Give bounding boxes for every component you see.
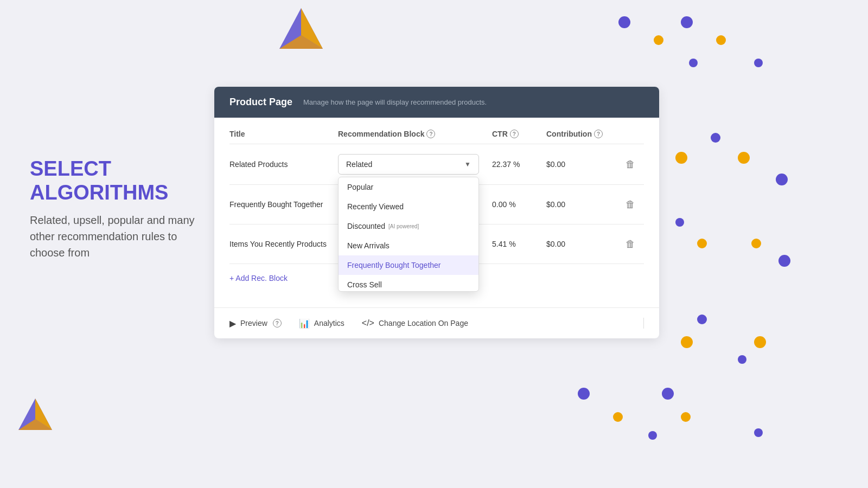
col-contribution: Contribution ? [546, 130, 617, 138]
dropdown-value-1: Related [346, 160, 372, 169]
preview-info-icon[interactable]: ? [273, 319, 282, 328]
decorative-dot [675, 218, 684, 227]
code-icon: </> [362, 318, 374, 328]
panel-header: Product Page Manage how the page will di… [214, 87, 659, 118]
dropdown-item-new-arrivals[interactable]: New Arrivals [339, 236, 478, 255]
analytics-button[interactable]: 📊 Analytics [299, 318, 344, 329]
analytics-label: Analytics [314, 319, 344, 328]
panel-footer: ▶ Preview ? 📊 Analytics </> Change Locat… [214, 307, 659, 338]
dropdown-item-cross-sell[interactable]: Cross Sell [339, 275, 478, 291]
ai-badge-discounted: [AI powered] [388, 223, 419, 229]
delete-button-1[interactable]: 🗑 [617, 159, 644, 170]
decorative-dot [697, 314, 707, 324]
decorative-dot [754, 59, 763, 67]
panel-title: Product Page [229, 97, 292, 108]
main-panel: Product Page Manage how the page will di… [214, 87, 659, 338]
dropdown-menu-1: Popular Recently Viewed Discounted [AI p… [338, 177, 479, 292]
col-recommendation: Recommendation Block ? [338, 130, 492, 138]
col-ctr: CTR ? [492, 130, 546, 138]
decorative-dot [578, 388, 590, 400]
decorative-dot [662, 388, 674, 400]
left-section: SELECT ALGORITHMS Related, upsell, popul… [30, 157, 203, 261]
table-row: Related Products Related ▼ Popular Recen… [229, 144, 644, 185]
delete-button-3[interactable]: 🗑 [617, 239, 644, 250]
ctr-value-2: 0.00 % [492, 200, 546, 209]
decorative-dot [776, 174, 788, 185]
decorative-dot [711, 133, 720, 143]
decorative-dot [681, 412, 691, 422]
dropdown-item-frequently-bought[interactable]: Frequently Bought Together [339, 255, 478, 275]
contribution-value-1: $0.00 [546, 160, 617, 169]
panel-subtitle: Manage how the page will display recomme… [303, 98, 487, 106]
change-location-button[interactable]: </> Change Location On Page [362, 318, 468, 328]
row-title-2: Frequently Bought Together [229, 200, 338, 209]
recommendation-info-icon[interactable]: ? [426, 130, 435, 138]
heading-line1: SELECT [30, 157, 203, 181]
decorative-dot [675, 152, 687, 164]
decorative-dot [681, 336, 693, 348]
dropdown-item-popular[interactable]: Popular [339, 177, 478, 197]
contribution-value-3: $0.00 [546, 240, 617, 248]
decorative-dot [754, 428, 763, 437]
decorative-dot [751, 239, 761, 248]
dropdown-item-recently-viewed[interactable]: Recently Viewed [339, 197, 478, 216]
decorative-dot [697, 239, 707, 248]
decorative-dot [648, 431, 657, 440]
preview-button[interactable]: ▶ Preview ? [229, 318, 282, 329]
play-icon: ▶ [229, 318, 236, 329]
change-location-label: Change Location On Page [379, 319, 468, 328]
row-title-1: Related Products [229, 160, 338, 169]
dropdown-wrapper-1: Related ▼ Popular Recently Viewed Discou… [338, 154, 492, 175]
ctr-info-icon[interactable]: ? [510, 130, 519, 138]
dropdown-scroll-1[interactable]: Popular Recently Viewed Discounted [AI p… [339, 177, 478, 291]
decorative-dot [754, 336, 766, 348]
contribution-value-2: $0.00 [546, 200, 617, 209]
logo-bottom [16, 396, 54, 436]
dropdown-select-1[interactable]: Related ▼ [338, 154, 479, 175]
dropdown-item-discounted[interactable]: Discounted [AI powered] [339, 216, 478, 236]
decorative-dot [738, 355, 746, 364]
decorative-dot [738, 152, 750, 164]
decorative-dot [716, 35, 726, 45]
row-title-3: Items You Recently Products [229, 240, 338, 248]
contribution-info-icon[interactable]: ? [594, 130, 603, 138]
preview-label: Preview [240, 319, 267, 328]
chevron-down-icon-1: ▼ [464, 160, 471, 168]
analytics-icon: 📊 [299, 318, 310, 329]
table-header: Title Recommendation Block ? CTR ? Contr… [229, 118, 644, 144]
decorative-dot [618, 16, 630, 28]
decorative-dot [778, 255, 790, 267]
heading-line2: ALGORITHMS [30, 181, 203, 205]
ctr-value-3: 5.41 % [492, 240, 546, 248]
col-title: Title [229, 130, 338, 138]
decorative-dot [613, 412, 623, 422]
ctr-value-1: 22.37 % [492, 160, 546, 169]
footer-divider [643, 318, 644, 329]
left-description: Related, upsell, popular and many other … [30, 212, 203, 261]
decorative-dot [689, 59, 698, 67]
decorative-dot [681, 16, 693, 28]
delete-button-2[interactable]: 🗑 [617, 199, 644, 210]
decorative-dot [654, 35, 663, 45]
panel-body: Title Recommendation Block ? CTR ? Contr… [214, 118, 659, 307]
logo-top [277, 5, 326, 56]
